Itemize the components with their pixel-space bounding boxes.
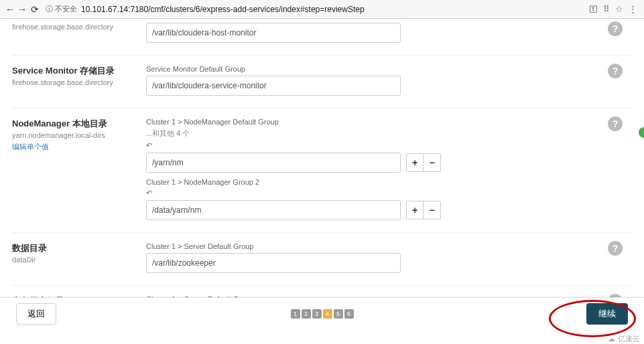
add-value-button[interactable]: + bbox=[406, 153, 424, 172]
section-data-dir: 数据目录 dataDir Cluster 1 > Server Default … bbox=[12, 232, 632, 285]
step-6[interactable]: 6 bbox=[344, 309, 354, 319]
section-title: NodeManager 本地目录 bbox=[12, 118, 139, 130]
add-value-button[interactable]: + bbox=[406, 201, 424, 220]
step-4[interactable]: 4 bbox=[323, 309, 332, 319]
section-service-monitor: Service Monitor 存储目录 firehose.storage.ba… bbox=[12, 55, 632, 108]
help-icon[interactable]: ? bbox=[608, 116, 623, 131]
address-field[interactable]: ⓘ 不安全 10.101.67.14:7180/cmf/clusters/6/e… bbox=[46, 4, 589, 14]
watermark: ☁ 亿速云 bbox=[608, 334, 640, 344]
service-monitor-dir-input[interactable] bbox=[146, 76, 401, 96]
group-label: Service Monitor Default Group bbox=[146, 65, 605, 73]
wizard-footer: 返回 1 2 3 4 5 6 继续 bbox=[0, 297, 644, 329]
step-3[interactable]: 3 bbox=[312, 309, 322, 319]
star-icon[interactable]: ☆ bbox=[615, 4, 623, 14]
remove-value-button[interactable]: − bbox=[424, 153, 441, 172]
help-icon[interactable]: ? bbox=[608, 64, 623, 78]
continue-button[interactable]: 继续 bbox=[586, 303, 628, 325]
section-title: Service Monitor 存储目录 bbox=[12, 65, 139, 77]
config-form: firehose.storage.base.directory ? Servic… bbox=[0, 19, 644, 300]
revert-icon[interactable]: ↶ bbox=[146, 189, 605, 197]
step-2[interactable]: 2 bbox=[302, 309, 311, 319]
cloud-icon: ☁ bbox=[608, 335, 615, 343]
insecure-badge: ⓘ 不安全 bbox=[46, 4, 77, 14]
help-icon[interactable]: ? bbox=[608, 21, 623, 36]
edit-single-value-link[interactable]: 编辑单个值 bbox=[12, 142, 139, 152]
section-host-monitor: firehose.storage.base.directory ? bbox=[12, 19, 632, 55]
browser-right-icons: ⚿ ⠿ ☆ ⋮ bbox=[589, 4, 640, 14]
step-5[interactable]: 5 bbox=[334, 309, 343, 319]
revert-icon[interactable]: ↶ bbox=[146, 141, 605, 150]
group-label: Cluster 1 > NodeManager Default Group bbox=[146, 118, 605, 126]
config-key: firehose.storage.base.directory bbox=[12, 23, 139, 31]
data-dir-input[interactable] bbox=[146, 253, 401, 273]
nm-local-dir-input-1[interactable] bbox=[146, 153, 401, 173]
key-icon[interactable]: ⚿ bbox=[589, 4, 598, 14]
section-nodemanager-local-dirs: NodeManager 本地目录 yarn.nodemanager.local-… bbox=[12, 108, 632, 232]
browser-address-bar: ← → ⟳ ⓘ 不安全 10.101.67.14:7180/cmf/cluste… bbox=[0, 0, 644, 19]
config-key: dataDir bbox=[12, 256, 139, 264]
menu-icon[interactable]: ⋮ bbox=[629, 4, 637, 14]
nm-local-dir-input-2[interactable] bbox=[146, 200, 401, 220]
forward-icon[interactable]: → bbox=[16, 3, 28, 15]
remove-value-button[interactable]: − bbox=[424, 201, 441, 220]
group-label: Cluster 1 > NodeManager Group 2 bbox=[146, 178, 605, 186]
config-key: firehose.storage.base.directory bbox=[12, 78, 139, 86]
help-icon[interactable]: ? bbox=[608, 241, 623, 256]
step-1[interactable]: 1 bbox=[291, 309, 300, 319]
section-title: 数据目录 bbox=[12, 242, 139, 254]
reload-icon[interactable]: ⟳ bbox=[28, 4, 42, 15]
more-groups-label: ...和其他 4 个 bbox=[146, 128, 605, 139]
host-monitor-dir-input[interactable] bbox=[146, 23, 401, 43]
back-icon[interactable]: ← bbox=[4, 3, 16, 15]
back-button[interactable]: 返回 bbox=[16, 303, 56, 325]
url-text: 10.101.67.14:7180/cmf/clusters/6/express… bbox=[81, 5, 365, 14]
translate-icon[interactable]: ⠿ bbox=[603, 4, 610, 14]
config-key: yarn.nodemanager.local-dirs bbox=[12, 131, 139, 139]
group-label: Cluster 1 > Server Default Group bbox=[146, 242, 605, 250]
step-pager: 1 2 3 4 5 6 bbox=[291, 309, 354, 319]
